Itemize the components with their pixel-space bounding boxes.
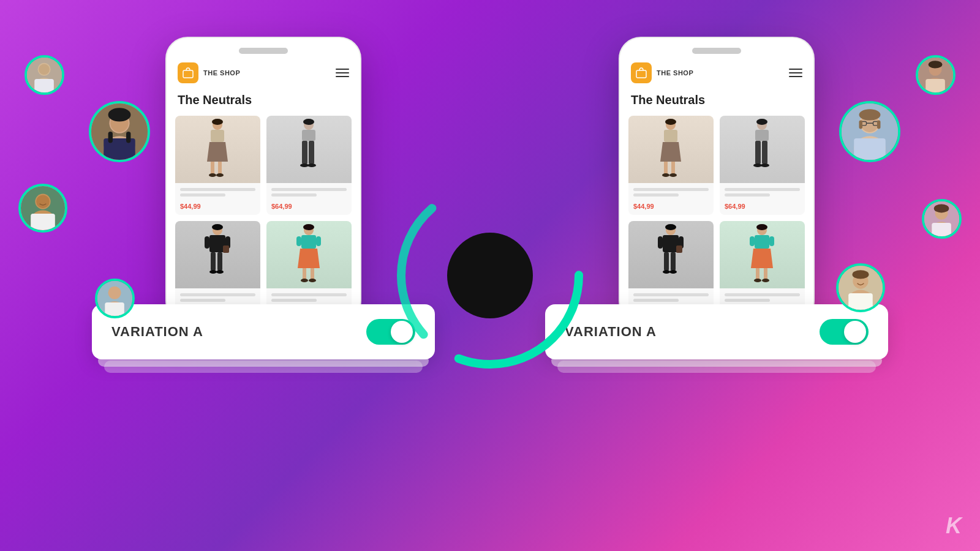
center-dot xyxy=(447,233,533,318)
svg-point-62 xyxy=(303,119,314,125)
svg-rect-77 xyxy=(303,268,306,279)
left-product-1[interactable]: $44,99 xyxy=(175,116,260,215)
svg-rect-111 xyxy=(750,236,755,246)
svg-point-98 xyxy=(756,119,767,125)
svg-rect-17 xyxy=(31,214,55,231)
center-circle xyxy=(392,178,588,373)
svg-point-53 xyxy=(209,173,216,177)
svg-rect-48 xyxy=(183,70,193,78)
avatar-2 xyxy=(89,101,150,162)
right-product-1-price: $44,99 xyxy=(633,203,654,210)
left-product-4[interactable] xyxy=(266,221,352,309)
left-hamburger-menu[interactable] xyxy=(336,69,349,77)
svg-rect-84 xyxy=(636,70,646,78)
right-phone-group: THE SHOP The Neutrals xyxy=(545,37,888,373)
svg-rect-78 xyxy=(311,268,314,279)
svg-rect-31 xyxy=(854,138,886,161)
right-product-4[interactable] xyxy=(720,221,805,309)
svg-point-116 xyxy=(762,279,769,282)
svg-point-55 xyxy=(212,119,223,125)
svg-point-3 xyxy=(39,64,50,75)
svg-point-96 xyxy=(753,163,762,167)
svg-rect-107 xyxy=(676,246,682,253)
left-shop-logo: THE SHOP xyxy=(178,62,240,83)
phone-notch-left xyxy=(239,48,288,54)
svg-rect-112 xyxy=(769,236,774,246)
left-variation-card: VARIATION A xyxy=(92,304,435,359)
svg-point-105 xyxy=(663,270,670,274)
right-phone-header: THE SHOP xyxy=(628,62,805,83)
svg-rect-12 xyxy=(126,132,130,143)
right-product-2[interactable]: $64,99 xyxy=(720,116,805,215)
avatar-8 xyxy=(836,263,885,312)
right-variation-card: VARIATION A xyxy=(545,304,888,359)
svg-point-108 xyxy=(665,224,676,230)
scene: THE SHOP The Neutrals xyxy=(0,0,980,551)
right-product-2-image xyxy=(720,116,805,183)
svg-point-10 xyxy=(108,108,131,121)
left-product-2-image xyxy=(266,116,352,183)
left-product-4-image xyxy=(266,221,352,288)
svg-rect-74 xyxy=(301,235,316,249)
svg-rect-75 xyxy=(296,236,301,246)
avatar-3 xyxy=(18,184,67,233)
right-variation-toggle[interactable] xyxy=(820,319,869,345)
right-shop-name: THE SHOP xyxy=(657,69,693,77)
svg-rect-58 xyxy=(302,141,307,164)
left-variation-stack: VARIATION A xyxy=(92,323,435,373)
svg-rect-51 xyxy=(211,162,214,174)
right-hamburger-menu[interactable] xyxy=(789,69,802,77)
left-phone-group: THE SHOP The Neutrals xyxy=(92,37,435,373)
svg-point-90 xyxy=(669,173,677,177)
svg-point-97 xyxy=(761,163,769,167)
svg-rect-93 xyxy=(755,130,769,141)
svg-rect-50 xyxy=(211,130,224,142)
svg-rect-46 xyxy=(848,293,873,311)
svg-point-115 xyxy=(754,279,761,282)
svg-point-91 xyxy=(665,119,676,125)
right-product-3-image xyxy=(628,221,714,288)
svg-point-26 xyxy=(929,61,943,68)
left-product-2-price: $64,99 xyxy=(271,203,292,210)
left-product-3[interactable] xyxy=(175,221,260,309)
svg-rect-37 xyxy=(877,121,881,129)
svg-rect-52 xyxy=(218,162,222,174)
svg-rect-68 xyxy=(217,252,222,271)
svg-rect-104 xyxy=(671,252,676,271)
left-shop-icon xyxy=(178,62,198,83)
svg-rect-86 xyxy=(664,130,677,142)
left-product-3-image xyxy=(175,221,260,288)
left-section-title: The Neutrals xyxy=(175,93,352,107)
svg-rect-88 xyxy=(671,162,675,174)
left-phone-header: THE SHOP xyxy=(175,62,352,83)
svg-point-72 xyxy=(212,224,223,230)
avatar-6 xyxy=(839,101,900,162)
svg-rect-110 xyxy=(755,235,769,249)
right-product-1-image xyxy=(628,116,714,183)
right-shop-logo: THE SHOP xyxy=(631,62,693,83)
watermark: K xyxy=(946,513,962,539)
right-product-1[interactable]: $44,99 xyxy=(628,116,714,215)
avatar-4 xyxy=(95,279,135,318)
right-variation-stack: VARIATION A xyxy=(545,323,888,373)
left-variation-label: VARIATION A xyxy=(111,324,203,340)
avatar-5 xyxy=(916,55,956,95)
right-products-grid: $44,99 xyxy=(628,116,805,309)
svg-point-61 xyxy=(307,163,316,167)
svg-rect-76 xyxy=(316,236,321,246)
svg-rect-87 xyxy=(664,162,668,174)
svg-rect-25 xyxy=(925,79,945,92)
svg-rect-41 xyxy=(932,223,951,236)
svg-point-79 xyxy=(301,279,308,282)
svg-rect-4 xyxy=(34,79,54,92)
right-product-3[interactable] xyxy=(628,221,714,309)
svg-point-117 xyxy=(756,224,767,230)
left-product-1-image xyxy=(175,116,260,183)
left-product-2[interactable]: $64,99 xyxy=(266,116,352,215)
svg-rect-94 xyxy=(755,141,761,164)
right-product-4-image xyxy=(720,221,805,288)
svg-point-80 xyxy=(309,279,316,282)
svg-point-16 xyxy=(36,195,50,208)
svg-rect-114 xyxy=(764,268,767,279)
right-shop-icon xyxy=(631,62,652,83)
